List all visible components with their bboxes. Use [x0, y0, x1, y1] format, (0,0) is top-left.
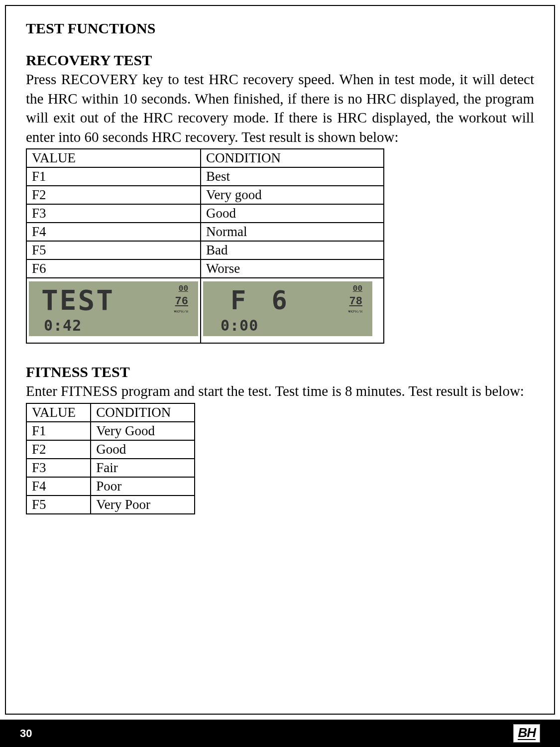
lcd-display-test: TEST 00 76 ▼KPH/H 0:42 — [29, 281, 198, 336]
page-footer: 30 BH — [0, 720, 560, 747]
cell-condition: Best — [201, 167, 384, 186]
lcd-display-f6: F 6 00 78 ▼KPH/H 0:00 — [203, 281, 372, 336]
main-content: TEST FUNCTIONS RECOVERY TEST Press RECOV… — [6, 6, 554, 544]
recovery-results-table: VALUE CONDITION F1 Best F2 Very good F3 … — [26, 148, 384, 344]
table-row: F5 Very Poor — [26, 496, 195, 514]
page-border: TEST FUNCTIONS RECOVERY TEST Press RECOV… — [5, 5, 555, 715]
brand-logo: BH — [518, 727, 536, 740]
lcd-tiny-label: ▼KPH/H — [348, 309, 362, 314]
recovery-test-title: RECOVERY TEST — [26, 52, 534, 69]
cell-condition: Fair — [91, 459, 195, 477]
table-row: F1 Very Good — [26, 422, 195, 440]
cell-value: F2 — [26, 186, 201, 204]
lcd-top-right: 00 — [353, 284, 362, 293]
table-row: F3 Good — [26, 204, 384, 223]
table-row: F2 Very good — [26, 186, 384, 204]
lcd-cell-2: F 6 00 78 ▼KPH/H 0:00 — [201, 278, 384, 343]
cell-condition: Worse — [201, 259, 384, 278]
lcd-tiny-label: ▼KPH/H — [174, 309, 188, 314]
header-value: VALUE — [26, 403, 91, 422]
table-row: F3 Fair — [26, 459, 195, 477]
table-header-row: VALUE CONDITION — [26, 149, 384, 167]
page-number: 30 — [20, 727, 32, 740]
lcd-main-text: F 6 — [230, 285, 292, 315]
table-header-row: VALUE CONDITION — [26, 403, 195, 422]
cell-value: F1 — [26, 167, 201, 186]
header-condition: CONDITION — [201, 149, 384, 167]
cell-condition: Poor — [91, 477, 195, 496]
table-row: F1 Best — [26, 167, 384, 186]
lcd-bottom-time: 0:42 — [44, 317, 82, 334]
lcd-display-row: TEST 00 76 ▼KPH/H 0:42 F 6 00 78 ▼KPH/H … — [26, 278, 384, 343]
fitness-test-title: FITNESS TEST — [26, 364, 534, 380]
cell-condition: Very Good — [91, 422, 195, 440]
brand-logo-box: BH — [513, 724, 540, 743]
cell-value: F5 — [26, 241, 201, 259]
header-condition: CONDITION — [91, 403, 195, 422]
header-value: VALUE — [26, 149, 201, 167]
section-title: TEST FUNCTIONS — [26, 20, 534, 37]
cell-value: F3 — [26, 459, 91, 477]
cell-condition: Normal — [201, 223, 384, 241]
fitness-description: Enter FITNESS program and start the test… — [26, 381, 534, 401]
table-row: F5 Bad — [26, 241, 384, 259]
cell-condition: Very Poor — [91, 496, 195, 514]
cell-value: F3 — [26, 204, 201, 223]
cell-condition: Good — [91, 440, 195, 459]
recovery-description: Press RECOVERY key to test HRC recovery … — [26, 70, 534, 146]
table-row: F2 Good — [26, 440, 195, 459]
cell-value: F6 — [26, 259, 201, 278]
table-row: F6 Worse — [26, 259, 384, 278]
lcd-cell-1: TEST 00 76 ▼KPH/H 0:42 — [26, 278, 201, 343]
cell-value: F5 — [26, 496, 91, 514]
lcd-bottom-time: 0:00 — [221, 317, 258, 334]
fitness-results-table: VALUE CONDITION F1 Very Good F2 Good F3 … — [26, 403, 195, 514]
table-row: F4 Poor — [26, 477, 195, 496]
cell-condition: Bad — [201, 241, 384, 259]
cell-value: F2 — [26, 440, 91, 459]
cell-value: F4 — [26, 223, 201, 241]
cell-condition: Very good — [201, 186, 384, 204]
cell-condition: Good — [201, 204, 384, 223]
lcd-top-right: 00 — [179, 284, 188, 293]
lcd-mid-right: 76 — [175, 295, 188, 308]
lcd-mid-right: 78 — [349, 295, 362, 308]
table-row: F4 Normal — [26, 223, 384, 241]
cell-value: F4 — [26, 477, 91, 496]
cell-value: F1 — [26, 422, 91, 440]
lcd-main-text: TEST — [41, 284, 114, 316]
